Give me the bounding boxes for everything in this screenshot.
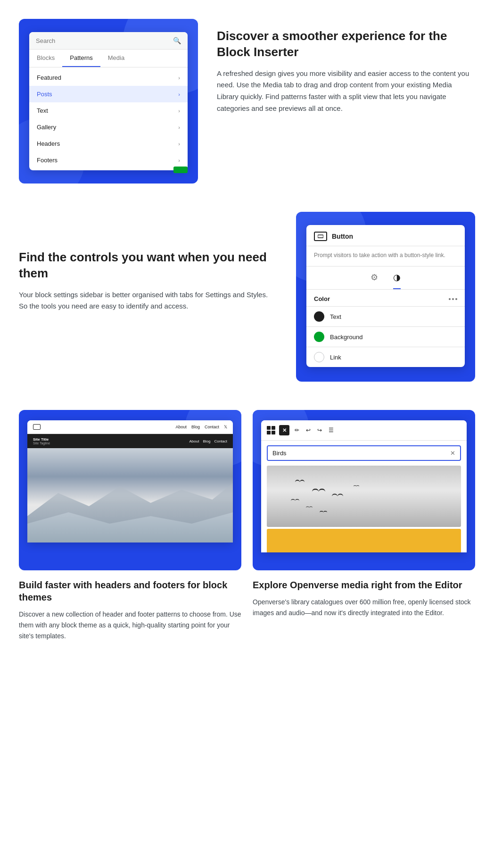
search-icon: 🔍 (173, 37, 181, 44)
dark-nav-blog: Blog (203, 439, 210, 443)
list-item[interactable]: Footers › (29, 152, 188, 168)
redo-icon[interactable]: ↪ (316, 426, 323, 434)
chevron-right-icon: › (178, 158, 180, 163)
section2-text: Find the controls you want when you need… (19, 212, 277, 312)
green-accent-bar (173, 167, 188, 173)
birds-image (267, 466, 461, 527)
site-title-label: Site Title (33, 437, 50, 442)
bird-6 (320, 511, 327, 514)
chevron-right-icon: › (178, 125, 180, 130)
chevron-right-icon: › (178, 92, 180, 97)
svg-rect-0 (318, 235, 323, 238)
openverse-mockup: ✕ ✏ ↩ ↪ ☰ ✕ (253, 410, 475, 570)
tab-styles[interactable]: ◑ (393, 272, 401, 289)
button-block-icon (318, 234, 323, 238)
list-item[interactable]: Posts › (29, 86, 188, 102)
color-swatch-green (314, 332, 324, 342)
clear-search-icon[interactable]: ✕ (445, 450, 460, 457)
openverse-card: ✕ ✏ ↩ ↪ ☰ ✕ (261, 420, 467, 552)
section-block-settings: Find the controls you want when you need… (19, 212, 475, 382)
dark-nav-contact: Contact (214, 439, 227, 443)
settings-panel: Button Prompt visitors to take action wi… (296, 212, 475, 382)
inserter-panel: 🔍 Blocks Patterns Media Featured › (19, 19, 198, 184)
section2-title: Find the controls you want when you need… (19, 250, 277, 282)
section3-left-desc: Discover a new collection of header and … (19, 609, 241, 642)
tab-settings[interactable]: ⚙ (370, 272, 378, 289)
color-name-link: Link (330, 354, 341, 361)
site-preview-card: About Blog Contact 𝕏 Site Title Site Tag… (27, 420, 233, 542)
section1-text: Discover a smoother experience for the B… (217, 19, 475, 115)
section3-right-desc: Openverse's library catalogues over 600 … (253, 597, 475, 618)
inserter-search-bar[interactable]: 🔍 (29, 32, 188, 50)
inserter-wrapper-bg: 🔍 Blocks Patterns Media Featured › (19, 19, 198, 184)
settings-card: Button Prompt visitors to take action wi… (306, 225, 465, 367)
site-builder-mockup: About Blog Contact 𝕏 Site Title Site Tag… (19, 410, 241, 570)
color-name-text: Text (330, 313, 341, 320)
section-block-inserter: 🔍 Blocks Patterns Media Featured › (19, 19, 475, 184)
section1-desc: A refreshed design gives you more visibi… (217, 68, 475, 115)
list-icon[interactable]: ☰ (327, 426, 335, 434)
nav-contact: Contact (205, 425, 219, 429)
bird-4 (332, 493, 343, 498)
inserter-list: Featured › Posts › Text › Gallery (29, 67, 188, 170)
color-swatch-black (314, 311, 324, 322)
block-description: Prompt visitors to take action with a bu… (306, 246, 465, 267)
page-wrapper: 🔍 Blocks Patterns Media Featured › (0, 0, 494, 679)
nav-about: About (175, 425, 187, 429)
settings-style-tabs: ⚙ ◑ (306, 267, 465, 290)
color-name-background: Background (330, 334, 362, 341)
chevron-right-icon: › (178, 108, 180, 114)
section1-title: Discover a smoother experience for the B… (217, 28, 475, 60)
section-headers-footers: About Blog Contact 𝕏 Site Title Site Tag… (19, 410, 241, 642)
dark-nav: About Blog Contact (189, 439, 228, 443)
mountain-image (27, 448, 233, 542)
close-icon[interactable]: ✕ (279, 425, 289, 435)
section2-desc: Your block settings sidebar is better or… (19, 289, 277, 313)
twitter-icon: 𝕏 (224, 425, 227, 429)
color-section-header: Color (306, 290, 465, 306)
section3-right-title: Explore Openverse media right from the E… (253, 579, 475, 591)
block-icon (314, 232, 327, 241)
section3-left-title: Build faster with headers and footers fo… (19, 579, 241, 603)
settings-wrapper-bg: Button Prompt visitors to take action wi… (296, 212, 475, 382)
color-item-link[interactable]: Link (306, 347, 465, 367)
block-header: Button (306, 225, 465, 246)
bird-5 (306, 506, 313, 509)
tab-media[interactable]: Media (100, 50, 132, 67)
list-item[interactable]: Text › (29, 102, 188, 119)
list-item[interactable]: Headers › (29, 135, 188, 152)
chevron-right-icon: › (178, 141, 180, 147)
openverse-search-bar[interactable]: ✕ (267, 445, 461, 461)
color-swatch-white (314, 352, 324, 362)
openverse-toolbar: ✕ ✏ ↩ ↪ ☰ (261, 420, 467, 441)
pen-icon[interactable]: ✏ (293, 426, 301, 434)
undo-icon[interactable]: ↩ (305, 426, 312, 434)
more-options-icon[interactable] (449, 298, 457, 300)
site-tagline-label: Site Tagline (33, 442, 50, 445)
bird-1 (295, 480, 305, 484)
tab-patterns[interactable]: Patterns (62, 50, 100, 67)
site-header-bar: About Blog Contact 𝕏 (27, 420, 233, 434)
list-item[interactable]: Gallery › (29, 119, 188, 135)
bird-7 (354, 485, 359, 488)
site-nav: About Blog Contact 𝕏 (175, 425, 227, 429)
openverse-search-input[interactable] (268, 446, 445, 460)
color-item-text[interactable]: Text (306, 306, 465, 326)
dark-nav-about: About (189, 439, 199, 443)
bird-3 (291, 499, 299, 502)
chevron-right-icon: › (178, 75, 180, 81)
list-item[interactable]: Featured › (29, 69, 188, 86)
tab-blocks[interactable]: Blocks (29, 50, 62, 67)
inserter-card: 🔍 Blocks Patterns Media Featured › (29, 32, 188, 170)
nav-blog: Blog (191, 425, 200, 429)
section-bottom-columns: About Blog Contact 𝕏 Site Title Site Tag… (19, 410, 475, 642)
search-input[interactable] (36, 37, 173, 44)
yellow-image-strip (267, 529, 461, 552)
grid-icon (267, 426, 275, 434)
section-openverse: ✕ ✏ ↩ ↪ ☰ ✕ (253, 410, 475, 642)
color-label: Color (314, 295, 330, 302)
site-info: Site Title Site Tagline (33, 437, 50, 445)
block-name-label: Button (332, 233, 353, 240)
site-logo-icon (33, 424, 41, 430)
color-item-background[interactable]: Background (306, 326, 465, 347)
